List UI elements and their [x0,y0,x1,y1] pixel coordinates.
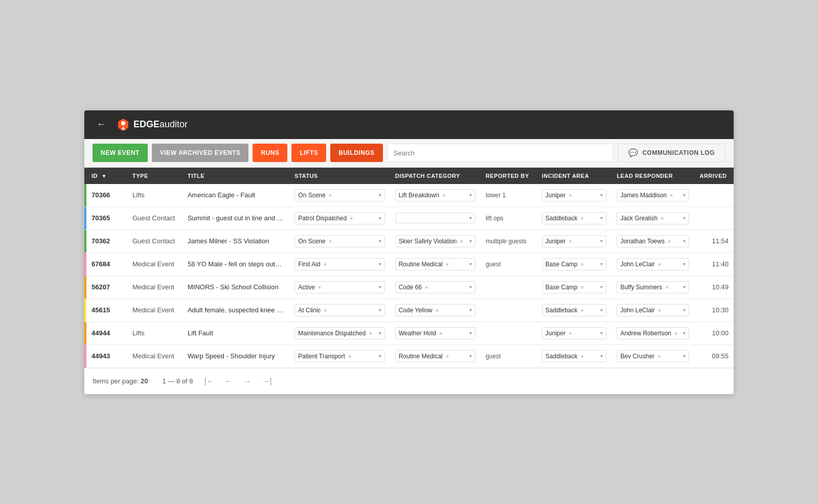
dispatch-clear-button[interactable]: × [460,238,463,244]
status-clear-button[interactable]: × [350,215,353,221]
area-clear-button[interactable]: × [581,353,584,359]
page-range: 1 — 8 of 8 [162,377,193,385]
area-select[interactable]: Saddleback×▾ [542,304,607,316]
lead-select[interactable]: Buffy Summers×▾ [617,281,689,293]
cell-type: Guest Contact [127,230,183,253]
buildings-button[interactable]: Buildings [330,144,383,162]
lead-clear-button[interactable]: × [670,192,673,198]
status-select[interactable]: On Scene×▾ [294,189,384,201]
lead-select[interactable]: Jack Grealish×▾ [617,212,689,224]
status-value: On Scene [298,238,325,245]
dispatch-select[interactable]: Weather Hold×▾ [395,327,475,339]
status-clear-button[interactable]: × [324,307,327,313]
prev-page-button[interactable]: ← [222,376,236,387]
runs-button[interactable]: Runs [253,144,287,162]
lifts-button[interactable]: Lifts [291,144,326,162]
area-select[interactable]: Saddleback×▾ [542,212,607,224]
area-clear-button[interactable]: × [569,330,572,336]
dispatch-select[interactable]: Routine Medical×▾ [395,350,475,362]
status-clear-button[interactable]: × [318,284,321,290]
status-select[interactable]: On Scene×▾ [294,235,384,247]
area-clear-button[interactable]: × [569,238,572,244]
area-select[interactable]: Juniper×▾ [542,189,607,201]
dispatch-value: Routine Medical [399,261,443,268]
table-row: 44943Medical EventWarp Speed - Shoulder … [84,345,734,368]
dispatch-chevron: ▾ [469,238,472,244]
back-button[interactable]: ← [93,117,110,132]
status-clear-button[interactable]: × [329,192,332,198]
lead-clear-button[interactable]: × [658,261,661,267]
lead-clear-button[interactable]: × [657,353,661,359]
next-page-button[interactable]: → [240,376,255,387]
cell-reported-by [481,276,537,299]
lead-clear-button[interactable]: × [661,215,664,221]
dispatch-select[interactable]: Code 66×▾ [395,281,475,293]
status-clear-button[interactable]: × [324,261,327,267]
status-clear-button[interactable]: × [369,330,372,336]
lead-select[interactable]: John LeClair×▾ [617,258,689,270]
status-value: Patient Transport [298,353,345,360]
first-page-button[interactable]: |← [201,376,217,387]
logo-area: EDGEauditor [116,118,188,132]
sort-icon: ▼ [102,173,107,179]
status-select[interactable]: Patient Transport×▾ [294,350,384,362]
new-event-button[interactable]: New Event [93,144,148,162]
status-clear-button[interactable]: × [329,238,332,244]
status-value: On Scene [298,192,325,199]
dispatch-select[interactable]: ▾ [395,213,475,223]
last-page-button[interactable]: →| [259,376,275,387]
cell-reported-by: lift ops [481,207,537,230]
area-select[interactable]: Base Camp×▾ [542,258,607,270]
dispatch-select[interactable]: Skier Safety Violation×▾ [395,235,475,247]
cell-lead-responder: James Maddison×▾ [611,184,694,207]
area-clear-button[interactable]: × [581,215,584,221]
status-clear-button[interactable]: × [348,353,351,359]
status-select[interactable]: First Aid×▾ [294,258,384,270]
cell-dispatch-category: ▾ [390,207,481,230]
dispatch-clear-button[interactable]: × [425,284,428,290]
area-clear-button[interactable]: × [569,192,572,198]
cell-incident-area: Base Camp×▾ [537,253,612,276]
cell-reported-by: multiple guests [481,230,537,253]
dispatch-clear-button[interactable]: × [446,261,449,267]
area-clear-button[interactable]: × [581,261,584,267]
lead-select[interactable]: Andrew Robertson×▾ [617,327,689,339]
area-select[interactable]: Saddleback×▾ [542,350,607,362]
cell-lead-responder: John LeClair×▾ [611,299,694,322]
lead-clear-button[interactable]: × [674,330,677,336]
status-chevron: ▾ [379,330,381,336]
dispatch-select[interactable]: Lift Breakdown×▾ [395,189,475,201]
search-input[interactable] [387,144,614,162]
dispatch-clear-button[interactable]: × [446,353,449,359]
cell-arrived [694,184,734,207]
dispatch-select[interactable]: Routine Medical×▾ [395,258,475,270]
area-value: Saddleback [546,215,578,222]
lead-select[interactable]: Bev Crusher×▾ [617,350,689,362]
area-clear-button[interactable]: × [581,284,584,290]
area-select[interactable]: Juniper×▾ [542,327,607,339]
lead-select[interactable]: Jonathan Toews×▾ [617,235,689,247]
communication-log-button[interactable]: 💬 Communication Log [618,144,725,162]
lead-clear-button[interactable]: × [668,238,671,244]
dispatch-clear-button[interactable]: × [439,330,442,336]
lead-clear-button[interactable]: × [665,284,668,290]
area-clear-button[interactable]: × [581,307,584,313]
area-select[interactable]: Juniper×▾ [542,235,607,247]
status-select[interactable]: Active×▾ [294,281,384,293]
status-select[interactable]: Maintenance Dispatched×▾ [294,327,384,339]
th-title: TITLE [183,168,289,184]
dispatch-clear-button[interactable]: × [436,307,439,313]
dispatch-chevron: ▾ [469,284,472,290]
status-select[interactable]: At Clinic×▾ [294,304,384,316]
lead-select[interactable]: John LeClair×▾ [617,304,689,316]
cell-reported-by: tower 1 [481,184,537,207]
lead-clear-button[interactable]: × [658,307,661,313]
view-archived-button[interactable]: View Archived Events [152,144,249,162]
cell-type: Lifts [127,322,183,345]
th-incident-area: INCIDENT AREA [537,168,612,184]
area-select[interactable]: Base Camp×▾ [542,281,607,293]
lead-select[interactable]: James Maddison×▾ [617,189,689,201]
status-select[interactable]: Patrol Dispatched×▾ [294,212,384,224]
dispatch-select[interactable]: Code Yellow×▾ [395,304,475,316]
dispatch-clear-button[interactable]: × [442,192,445,198]
